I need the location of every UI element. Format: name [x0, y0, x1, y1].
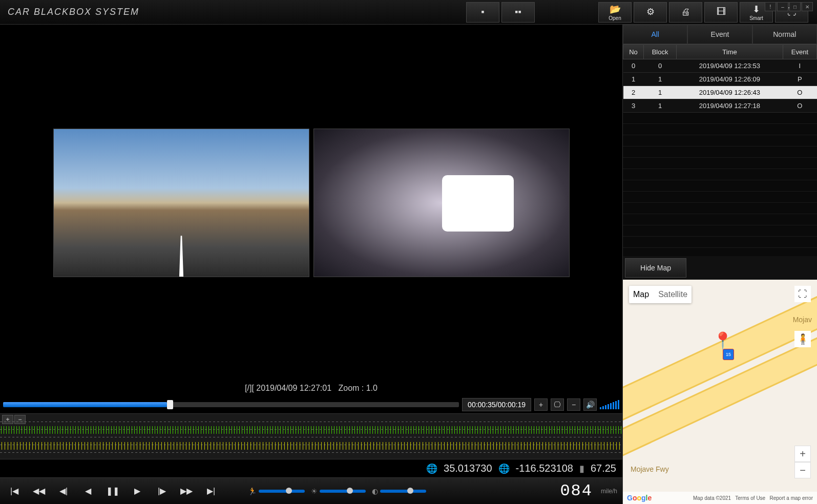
- col-block[interactable]: Block: [644, 45, 677, 59]
- skip-start-button[interactable]: |◀: [5, 482, 24, 500]
- terms-link[interactable]: Terms of Use: [735, 495, 765, 501]
- highway-shield: 15: [723, 349, 734, 360]
- step-forward-button[interactable]: |▶: [153, 482, 171, 500]
- map-fullscreen-button[interactable]: ⛶: [794, 286, 811, 302]
- google-logo: Google: [627, 494, 652, 502]
- info-button[interactable]: !: [765, 2, 776, 11]
- download-icon: ⬇: [752, 4, 760, 15]
- speed-unit: mile/h: [601, 488, 617, 495]
- altitude-icon: ▮: [579, 463, 584, 474]
- speed-icon: 🏃: [248, 487, 257, 495]
- screen-mode-button[interactable]: 🖵: [551, 398, 564, 411]
- event-table: No Block Time Event 002019/04/09 12:23:5…: [623, 45, 817, 256]
- road-label: Mojave Fwy: [631, 465, 669, 473]
- gsensor-graph: + −: [0, 413, 622, 459]
- layout-2-button[interactable]: ▪▪: [501, 2, 535, 23]
- map-tab-satellite[interactable]: Satellite: [658, 290, 687, 299]
- printer-icon: 🖨: [681, 7, 690, 17]
- brightness-slider[interactable]: [320, 490, 366, 493]
- play-button[interactable]: ▶: [128, 482, 146, 500]
- gsensor-minus-button[interactable]: −: [14, 415, 26, 424]
- playback-speed-slider[interactable]: [259, 490, 305, 493]
- globe-icon: 🌐: [426, 463, 437, 474]
- contrast-icon: ◐: [372, 487, 378, 495]
- hide-map-button[interactable]: Hide Map: [625, 258, 686, 278]
- map-zoom-out-button[interactable]: −: [794, 462, 811, 478]
- time-display: 00:00:35/00:00:19: [462, 398, 531, 411]
- open-icon: 📂: [610, 4, 621, 15]
- map-zoom-in-button[interactable]: +: [794, 446, 811, 462]
- print-button[interactable]: 🖨: [669, 2, 702, 23]
- export-button[interactable]: 🎞: [704, 2, 738, 23]
- tab-normal[interactable]: Normal: [752, 25, 817, 44]
- app-title: CAR BLACKBOX SYSTEM: [8, 7, 139, 17]
- col-time[interactable]: Time: [676, 45, 783, 59]
- pegman-button[interactable]: 🧍: [794, 331, 811, 347]
- playback-status: [/][ 2019/04/09 12:27:01 Zoom : 1.0: [0, 381, 622, 396]
- pause-button[interactable]: ❚❚: [103, 482, 122, 500]
- report-link[interactable]: Report a map error: [770, 495, 813, 501]
- col-event[interactable]: Event: [783, 45, 816, 59]
- titlebar: CAR BLACKBOX SYSTEM ▪ ▪▪ 📂Open ⚙ 🖨 🎞 ⬇Sm…: [0, 0, 817, 25]
- progress-slider[interactable]: [3, 402, 459, 407]
- tab-all[interactable]: All: [623, 25, 687, 44]
- settings-button[interactable]: ⚙: [634, 2, 667, 23]
- table-row[interactable]: 002019/04/09 12:23:53I: [623, 59, 817, 73]
- table-row[interactable]: 112019/04/09 12:26:09P: [623, 73, 817, 86]
- gear-icon: ⚙: [646, 6, 655, 17]
- globe-icon: 🌐: [498, 463, 510, 474]
- open-button[interactable]: 📂Open: [598, 2, 632, 23]
- play-reverse-button[interactable]: ◀: [79, 482, 97, 500]
- contrast-slider[interactable]: [380, 490, 426, 493]
- film-icon: 🎞: [717, 7, 726, 17]
- layout-1-button[interactable]: ▪: [466, 2, 499, 23]
- road-label: Mojav: [793, 316, 812, 324]
- zoom-in-button[interactable]: +: [534, 398, 548, 411]
- brightness-icon: ☀: [311, 487, 318, 495]
- skip-end-button[interactable]: ▶|: [202, 482, 220, 500]
- table-row[interactable]: 212019/04/09 12:26:43O: [623, 86, 817, 99]
- volume-level[interactable]: [600, 400, 619, 409]
- front-camera-view[interactable]: [53, 129, 309, 277]
- gsensor-plus-button[interactable]: +: [2, 415, 13, 424]
- minimize-button[interactable]: –: [777, 2, 788, 11]
- table-row[interactable]: 312019/04/09 12:27:18O: [623, 99, 817, 113]
- video-area: [0, 25, 622, 381]
- zoom-out-button[interactable]: −: [567, 398, 580, 411]
- rewind-button[interactable]: ◀◀: [30, 482, 48, 500]
- speed-value: 084: [560, 481, 593, 500]
- tab-event[interactable]: Event: [687, 25, 752, 44]
- maximize-button[interactable]: □: [789, 2, 801, 11]
- close-button[interactable]: ✕: [802, 2, 813, 11]
- fast-forward-button[interactable]: ▶▶: [177, 482, 196, 500]
- rear-camera-view[interactable]: [313, 129, 570, 277]
- col-no[interactable]: No: [623, 45, 644, 59]
- volume-button[interactable]: 🔊: [583, 398, 597, 411]
- gps-coords: 🌐 35.013730 🌐 -116.523108 ▮ 67.25: [0, 459, 622, 477]
- map-pin-icon: 📍: [713, 331, 733, 350]
- map-view[interactable]: Map Satellite ⛶ Mojave Fwy Mojav 📍 15 🧍 …: [623, 280, 817, 504]
- step-back-button[interactable]: ◀|: [54, 482, 73, 500]
- map-tab-map[interactable]: Map: [633, 290, 649, 299]
